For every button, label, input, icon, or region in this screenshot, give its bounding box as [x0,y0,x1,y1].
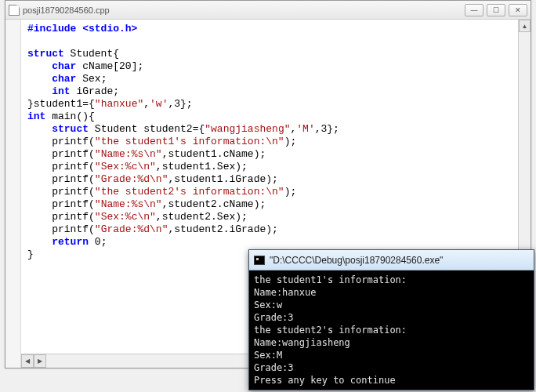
maximize-button[interactable]: ☐ [487,4,505,16]
editor-gutter [5,20,21,368]
editor-filename: posji18790284560.cpp [23,5,465,15]
cpp-file-icon [9,5,20,16]
minimize-button[interactable]: — [465,4,483,16]
cmd-icon [254,256,265,265]
console-window: "D:\CCCC\Debug\posji18790284560.exe" the… [248,249,534,390]
editor-window-controls: — ☐ ✕ [465,4,527,16]
console-output: the student1's information: Name:hanxue … [249,270,534,390]
console-title-bar[interactable]: "D:\CCCC\Debug\posji18790284560.exe" [249,250,534,270]
code-content[interactable]: #include <stdio.h> struct Student{ char … [21,20,531,264]
scroll-left-arrow-icon[interactable]: ◀ [21,354,34,368]
editor-title-bar[interactable]: posji18790284560.cpp — ☐ ✕ [5,1,531,20]
scroll-up-arrow-icon[interactable]: ▲ [519,20,531,32]
scroll-right-arrow-icon[interactable]: ▶ [34,354,46,368]
console-title-text: "D:\CCCC\Debug\posji18790284560.exe" [270,255,443,266]
close-button[interactable]: ✕ [509,4,527,16]
